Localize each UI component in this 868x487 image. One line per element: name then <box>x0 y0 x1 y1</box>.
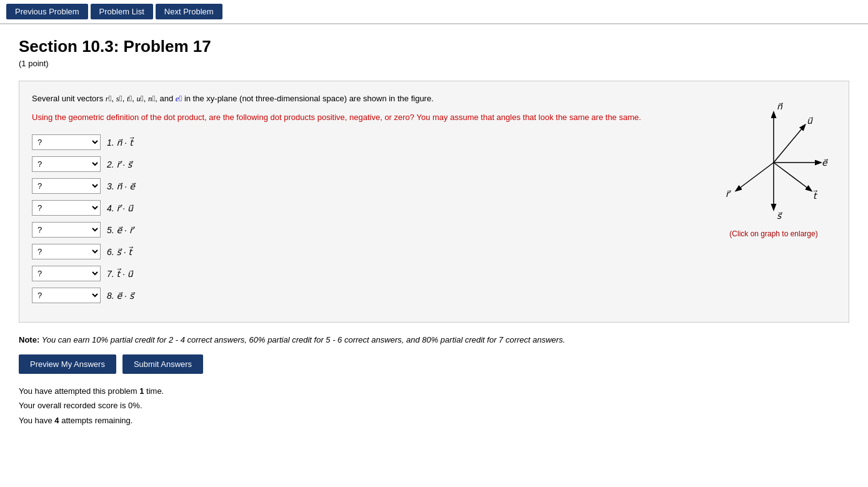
submit-answers-button[interactable]: Submit Answers <box>122 354 203 374</box>
select-6[interactable]: ? positive negative zero <box>32 244 101 259</box>
remaining-suffix: attempts remaining. <box>59 416 133 425</box>
question-label-6: 6. s⃗ · t⃗ <box>107 247 132 257</box>
svg-text:u⃗: u⃗ <box>807 116 813 126</box>
attempt-line-1: You have attempted this problem 1 time. <box>19 384 849 398</box>
points-label: (1 point) <box>19 59 849 68</box>
question-row-6: ? positive negative zero 6. s⃗ · t⃗ <box>32 244 699 259</box>
svg-text:r⃗: r⃗ <box>726 189 731 199</box>
remaining-count: 4 <box>54 416 59 425</box>
attempt-line-2: Your overall recorded score is 0%. <box>19 398 849 413</box>
next-problem-button[interactable]: Next Problem <box>156 4 222 19</box>
note-bold: Note: <box>19 335 39 344</box>
question-label-1: 1. n⃗ · t⃗ <box>107 138 133 148</box>
vector-t: t⃗ <box>127 94 132 103</box>
question-row-3: ? positive negative zero 3. n⃗ · e⃗ <box>32 178 699 194</box>
svg-text:e⃗: e⃗ <box>822 158 828 168</box>
svg-text:s⃗: s⃗ <box>777 211 782 221</box>
attempt-suffix: time. <box>144 386 164 396</box>
select-1[interactable]: ? positive negative zero <box>32 134 101 150</box>
problem-box: Several unit vectors r⃗, s⃗, t⃗, u⃗, n⃗,… <box>19 81 849 323</box>
svg-text:t⃗: t⃗ <box>813 190 818 201</box>
preview-answers-button[interactable]: Preview My Answers <box>19 354 116 374</box>
question-row-7: ? positive negative zero 7. t⃗ · u⃗ <box>32 266 699 281</box>
question-row-5: ? positive negative zero 5. e⃗ · r⃗ <box>32 222 699 238</box>
question-row-2: ? positive negative zero 2. r⃗ · s⃗ <box>32 156 699 172</box>
vector-n: n⃗ <box>148 94 155 103</box>
vector-e: e⃗ <box>176 94 182 103</box>
svg-text:n⃗: n⃗ <box>777 102 783 111</box>
vector-r: r⃗ <box>106 94 112 103</box>
attempt-info: You have attempted this problem 1 time. … <box>19 384 849 428</box>
svg-line-1 <box>774 125 805 163</box>
question-row-1: ? positive negative zero 1. n⃗ · t⃗ <box>32 134 699 150</box>
vector-u: u⃗ <box>136 94 143 103</box>
select-5[interactable]: ? positive negative zero <box>32 222 101 238</box>
select-7[interactable]: ? positive negative zero <box>32 266 101 281</box>
question-label-3: 3. n⃗ · e⃗ <box>107 181 135 191</box>
problem-list-button[interactable]: Problem List <box>91 4 153 19</box>
svg-line-3 <box>774 163 811 191</box>
question-row-4: ? positive negative zero 4. r⃗ · u⃗ <box>32 200 699 216</box>
question-row-8: ? positive negative zero 8. e⃗ · s⃗ <box>32 288 699 303</box>
problem-left: Several unit vectors r⃗, s⃗, t⃗, u⃗, n⃗,… <box>32 94 699 309</box>
top-navigation: Previous Problem Problem List Next Probl… <box>0 0 868 24</box>
problem-instruction: Using the geometric definition of the do… <box>32 113 699 122</box>
select-3[interactable]: ? positive negative zero <box>32 178 101 194</box>
click-enlarge-label[interactable]: (Click on graph to enlarge) <box>729 229 817 238</box>
question-label-4: 4. r⃗ · u⃗ <box>107 203 133 213</box>
note-text: You can earn 10% partial credit for 2 - … <box>42 335 565 344</box>
action-buttons: Preview My Answers Submit Answers <box>19 354 849 374</box>
select-2[interactable]: ? positive negative zero <box>32 156 101 172</box>
note-section: Note: You can earn 10% partial credit fo… <box>19 335 849 344</box>
svg-line-5 <box>736 163 774 191</box>
vector-s: s⃗ <box>116 94 122 103</box>
question-label-8: 8. e⃗ · s⃗ <box>107 291 134 301</box>
attempt-prefix: You have attempted this problem <box>19 386 139 396</box>
select-4[interactable]: ? positive negative zero <box>32 200 101 216</box>
section-title: Section 10.3: Problem 17 <box>19 37 849 56</box>
remaining-prefix: You have <box>19 416 54 425</box>
attempt-line-3: You have 4 attempts remaining. <box>19 413 849 428</box>
diagram-area: n⃗ u⃗ e⃗ t⃗ s⃗ r⃗ (Click on graph to enl… <box>711 94 836 309</box>
prev-problem-button[interactable]: Previous Problem <box>6 4 88 19</box>
question-label-7: 7. t⃗ · u⃗ <box>107 269 133 279</box>
select-8[interactable]: ? positive negative zero <box>32 288 101 303</box>
problem-description: Several unit vectors r⃗, s⃗, t⃗, u⃗, n⃗,… <box>32 94 699 104</box>
vector-diagram[interactable]: n⃗ u⃗ e⃗ t⃗ s⃗ r⃗ <box>714 94 833 227</box>
question-label-5: 5. e⃗ · r⃗ <box>107 225 133 235</box>
page-content: Section 10.3: Problem 17 (1 point) Sever… <box>0 24 868 440</box>
question-label-2: 2. r⃗ · s⃗ <box>107 159 132 169</box>
